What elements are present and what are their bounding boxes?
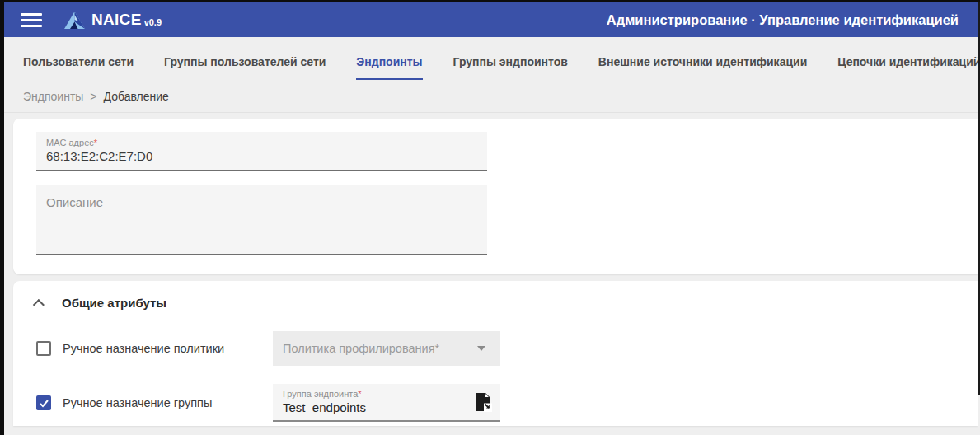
app-name: NAICE [91, 11, 142, 29]
tab-endpoints[interactable]: Эндпоинты [356, 55, 422, 80]
chevron-up-icon[interactable] [33, 299, 45, 311]
breadcrumb: Эндпоинты > Добавление [4, 80, 980, 113]
tab-identity-chains[interactable]: Цепочки идентификаций [837, 55, 980, 80]
manual-group-label: Ручное назначение группы [63, 396, 273, 409]
mac-address-field[interactable]: MAC адрес* [36, 132, 487, 171]
section-title: Общие атрибуты [62, 296, 166, 310]
endpoint-group-field[interactable]: Группа эндпоинта* Test_endpoints [273, 384, 500, 422]
tab-external-identity-sources[interactable]: Внешние источники идентификации [598, 55, 807, 80]
breadcrumb-endpoints-link[interactable]: Эндпоинты [23, 90, 83, 103]
app-version: v0.9 [144, 17, 162, 27]
group-assignment-row: Ручное назначение группы Группа эндпоинт… [36, 384, 978, 422]
tab-endpoint-groups[interactable]: Группы эндпоинтов [453, 55, 568, 80]
required-asterisk: * [358, 389, 361, 399]
manual-group-checkbox[interactable] [36, 395, 51, 410]
common-attributes-card: Общие атрибуты Ручное назначение политик… [13, 281, 978, 426]
breadcrumb-current: Добавление [104, 90, 169, 103]
checkmark-icon [39, 398, 49, 409]
manual-policy-checkbox[interactable] [36, 341, 51, 356]
tab-network-user-groups[interactable]: Группы пользователей сети [164, 55, 326, 80]
app-header: NAICE v0.9 Администрирование · Управлени… [4, 2, 980, 37]
file-pick-icon [474, 392, 492, 412]
description-field[interactable] [36, 185, 487, 255]
mac-address-label: MAC адрес* [46, 138, 477, 147]
profiling-policy-placeholder: Политика профилирования* [283, 342, 439, 355]
hamburger-menu-icon[interactable] [21, 13, 42, 27]
dropdown-caret-icon [477, 346, 485, 351]
endpoint-form-card: MAC адрес* [13, 119, 978, 274]
mac-address-input[interactable] [46, 149, 477, 163]
endpoint-group-label: Группа эндпоинта* [283, 389, 474, 399]
tab-network-users[interactable]: Пользователи сети [23, 55, 134, 80]
description-input[interactable] [36, 185, 487, 254]
section-header: Общие атрибуты [36, 296, 978, 310]
required-asterisk: * [94, 138, 97, 147]
naice-logo-icon [63, 10, 86, 30]
profiling-policy-select: Политика профилирования* [273, 331, 500, 366]
group-picker-button[interactable] [474, 392, 492, 412]
app-logo: NAICE v0.9 [63, 10, 162, 30]
endpoint-group-value: Test_endpoints [283, 400, 474, 414]
policy-assignment-row: Ручное назначение политики Политика проф… [36, 331, 978, 366]
page-title: Администрирование · Управление идентифик… [607, 12, 959, 28]
breadcrumb-separator: > [90, 90, 96, 103]
manual-policy-label: Ручное назначение политики [63, 342, 273, 355]
tab-bar: Пользователи сети Группы пользователей с… [4, 37, 980, 80]
